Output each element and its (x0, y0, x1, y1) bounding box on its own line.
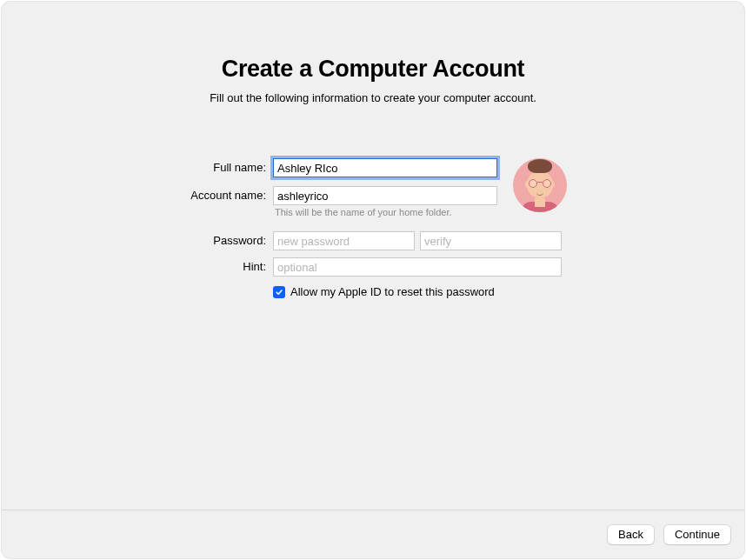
spacer (179, 250, 497, 257)
password-row (273, 231, 562, 250)
page-title: Create a Computer Account (222, 56, 525, 83)
avatar-neck (535, 198, 545, 207)
spacer (179, 217, 497, 231)
back-button[interactable]: Back (608, 525, 654, 544)
glasses-icon (529, 179, 551, 188)
hint-input[interactable] (273, 257, 562, 277)
verify-password-input[interactable] (420, 231, 562, 250)
accountname-hint: This will be the name of your home folde… (273, 207, 497, 217)
allow-reset-label: Allow my Apple ID to reset this password (290, 285, 495, 298)
page-subtitle: Fill out the following information to cr… (210, 91, 536, 104)
setup-window: Create a Computer Account Fill out the f… (2, 2, 744, 558)
avatar-hair (528, 159, 552, 173)
accountname-input[interactable] (273, 186, 497, 205)
fullname-input[interactable] (273, 158, 497, 177)
spacer (179, 177, 497, 186)
form-area: Full name: Account name: This will be th… (179, 158, 567, 298)
hint-label: Hint: (179, 257, 266, 277)
fullname-label: Full name: (179, 158, 266, 177)
hint-row (273, 257, 562, 277)
accountname-label: Account name: (179, 186, 266, 205)
footer: Back Continue (2, 510, 744, 558)
continue-button[interactable]: Continue (664, 525, 730, 544)
allow-reset-checkbox[interactable] (273, 286, 285, 298)
check-icon (275, 288, 283, 297)
form-grid: Full name: Account name: This will be th… (179, 158, 497, 298)
allow-reset-row[interactable]: Allow my Apple ID to reset this password (273, 285, 497, 298)
password-input[interactable] (273, 231, 415, 250)
password-label: Password: (179, 231, 266, 250)
content-area: Create a Computer Account Fill out the f… (2, 2, 744, 510)
avatar[interactable] (513, 158, 567, 212)
